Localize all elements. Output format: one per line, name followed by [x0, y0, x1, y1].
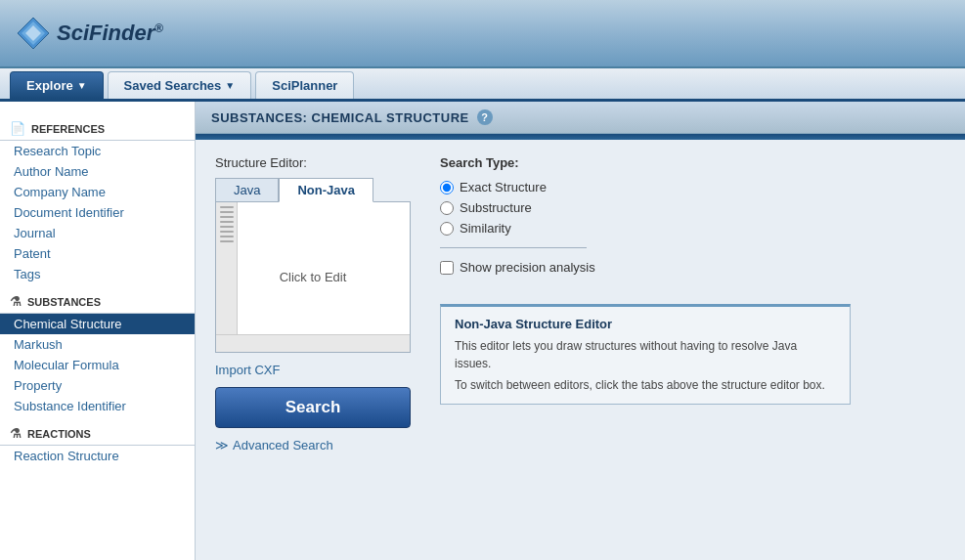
structure-editor-box[interactable]: Click to Edit — [215, 201, 411, 353]
tab-explore[interactable]: Explore ▼ — [10, 71, 104, 99]
precision-analysis-label[interactable]: Show precision analysis — [460, 260, 595, 275]
logo-diamond-icon — [16, 16, 51, 51]
sidebar-item-substance-identifier[interactable]: Substance Identifier — [0, 396, 195, 416]
search-type-label: Search Type: — [440, 155, 945, 170]
sidebar-section-references: 📄 REFERENCES — [0, 115, 195, 141]
substructure-radio[interactable] — [440, 201, 454, 215]
similarity-label[interactable]: Similarity — [460, 221, 511, 236]
logo-text: SciFinder® — [57, 21, 163, 46]
sidebar-item-markush[interactable]: Markush — [0, 334, 195, 355]
radio-substructure: Substructure — [440, 200, 945, 215]
sidebar-section-reactions: ⚗ REACTIONS — [0, 420, 195, 446]
structure-editor-label: Structure Editor: — [215, 155, 411, 170]
similarity-radio[interactable] — [440, 222, 454, 236]
navigation-tabs: Explore ▼ Saved Searches ▼ SciPlanner — [0, 68, 965, 102]
sidebar-item-molecular-formula[interactable]: Molecular Formula — [0, 355, 195, 375]
radio-exact-structure: Exact Structure — [440, 180, 945, 194]
sidebar-item-reaction-structure[interactable]: Reaction Structure — [0, 446, 195, 466]
chevron-down-icon: ▼ — [77, 80, 87, 91]
sidebar: 📄 REFERENCES Research Topic Author Name … — [0, 102, 196, 560]
click-to-edit-label: Click to Edit — [216, 202, 410, 352]
chevron-down-icon: ▼ — [225, 80, 235, 91]
sidebar-item-company-name[interactable]: Company Name — [0, 182, 195, 202]
substructure-label[interactable]: Substructure — [460, 200, 532, 215]
precision-analysis-checkbox[interactable] — [440, 261, 454, 275]
info-box-text1: This editor lets you draw structures wit… — [455, 337, 836, 372]
search-type-section: Search Type: Exact Structure Substructur… — [440, 155, 945, 452]
flask-icon: ⚗ — [10, 294, 22, 309]
radio-similarity: Similarity — [440, 221, 945, 236]
sidebar-item-research-topic[interactable]: Research Topic — [0, 141, 195, 161]
form-area: Structure Editor: Java Non-Java — [196, 140, 965, 468]
sidebar-section-substances: ⚗ SUBSTANCES — [0, 288, 195, 314]
page-title-bar: SUBSTANCES: CHEMICAL STRUCTURE ? — [196, 102, 965, 134]
double-chevron-icon: ≫ — [215, 438, 229, 452]
document-icon: 📄 — [10, 121, 25, 136]
tab-java[interactable]: Java — [215, 178, 279, 201]
tab-saved-searches[interactable]: Saved Searches ▼ — [108, 71, 252, 99]
editor-toolbar-lines — [220, 206, 234, 242]
precision-analysis-option: Show precision analysis — [440, 260, 945, 275]
help-icon[interactable]: ? — [477, 109, 493, 125]
import-cxf-link[interactable]: Import CXF — [215, 363, 280, 377]
structure-editor-section: Structure Editor: Java Non-Java — [215, 155, 411, 452]
info-box-title: Non-Java Structure Editor — [455, 317, 836, 331]
tab-non-java[interactable]: Non-Java — [279, 178, 373, 202]
page-title: SUBSTANCES: CHEMICAL STRUCTURE — [211, 110, 469, 125]
editor-bottom-bar — [216, 334, 410, 352]
search-button[interactable]: Search — [215, 387, 411, 428]
exact-structure-label[interactable]: Exact Structure — [460, 180, 547, 194]
editor-toolbar-left — [216, 202, 238, 352]
main-layout: 📄 REFERENCES Research Topic Author Name … — [0, 102, 965, 560]
sidebar-item-author-name[interactable]: Author Name — [0, 161, 195, 182]
logo: SciFinder® — [16, 16, 163, 51]
sidebar-item-patent[interactable]: Patent — [0, 243, 195, 264]
sidebar-item-journal[interactable]: Journal — [0, 223, 195, 243]
sidebar-item-document-identifier[interactable]: Document Identifier — [0, 202, 195, 223]
info-box-text2: To switch between editors, click the tab… — [455, 376, 836, 394]
sidebar-item-property[interactable]: Property — [0, 375, 195, 396]
advanced-search-link[interactable]: ≫ Advanced Search — [215, 438, 411, 452]
content-area: SUBSTANCES: CHEMICAL STRUCTURE ? Structu… — [196, 102, 965, 560]
sidebar-item-tags[interactable]: Tags — [0, 264, 195, 284]
info-box: Non-Java Structure Editor This editor le… — [440, 304, 851, 405]
divider — [440, 247, 587, 248]
exact-structure-radio[interactable] — [440, 181, 454, 194]
sidebar-item-chemical-structure[interactable]: Chemical Structure — [0, 314, 195, 334]
editor-tabs: Java Non-Java — [215, 178, 411, 201]
tab-sciplanner[interactable]: SciPlanner — [255, 71, 354, 99]
reaction-icon: ⚗ — [10, 426, 22, 441]
header: SciFinder® — [0, 0, 965, 68]
